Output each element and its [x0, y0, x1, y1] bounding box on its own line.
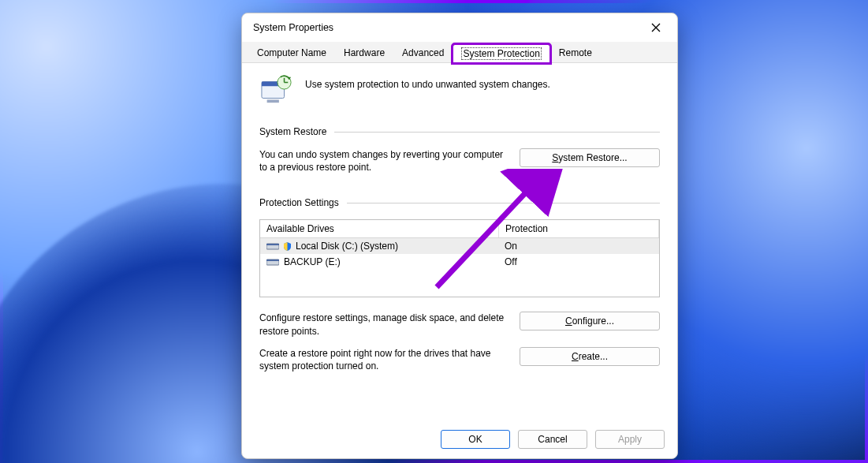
create-button[interactable]: Create... [520, 347, 660, 366]
configure-button[interactable]: Configure... [520, 312, 660, 330]
tab-content: Use system protection to undo unwanted s… [242, 63, 677, 428]
divider [334, 132, 660, 133]
drive-row[interactable]: BACKUP (E:)Off [260, 254, 659, 270]
tab-hardware[interactable]: Hardware [335, 43, 393, 62]
divider [347, 203, 660, 203]
system-protection-icon [259, 74, 294, 106]
apply-button[interactable]: Apply [595, 430, 665, 449]
tab-computer-name[interactable]: Computer Name [248, 43, 335, 62]
cancel-button[interactable]: Cancel [518, 430, 587, 449]
drive-protection: On [498, 238, 659, 254]
group-title-protection: Protection Settings [259, 197, 339, 208]
window-title: System Properties [253, 22, 333, 33]
tab-remote[interactable]: Remote [550, 43, 601, 62]
drive-icon [266, 258, 279, 266]
tab-advanced[interactable]: Advanced [393, 43, 453, 62]
close-button[interactable] [643, 17, 669, 38]
drive-protection: Off [498, 254, 659, 270]
titlebar: System Properties [242, 13, 677, 42]
restore-description: You can undo system changes by reverting… [259, 148, 505, 174]
system-properties-dialog: System Properties Computer Name Hardware… [241, 13, 678, 459]
svg-rect-5 [266, 244, 279, 245]
shield-icon [284, 242, 291, 251]
group-protection-settings: Protection Settings Available Drives Pro… [259, 197, 660, 372]
group-title-restore: System Restore [259, 126, 326, 137]
intro-text: Use system protection to undo unwanted s… [305, 74, 550, 90]
drive-table: Available Drives Protection Local Disk (… [259, 219, 660, 297]
drive-icon [266, 242, 279, 250]
configure-description: Configure restore settings, manage disk … [259, 312, 505, 337]
svg-rect-2 [267, 99, 279, 103]
create-description: Create a restore point right now for the… [259, 347, 505, 372]
tab-system-protection[interactable]: System Protection [453, 44, 549, 63]
drive-name: Local Disk (C:) (System) [296, 241, 398, 252]
col-header-drives: Available Drives [260, 220, 499, 237]
tab-strip: Computer Name Hardware Advanced System P… [242, 42, 677, 63]
system-restore-button[interactable]: System Restore... [520, 148, 660, 167]
ok-button[interactable]: OK [441, 430, 510, 449]
dialog-footer: OK Cancel Apply [441, 430, 665, 449]
group-system-restore: System Restore You can undo system chang… [259, 126, 660, 174]
svg-rect-7 [266, 260, 279, 261]
drive-name: BACKUP (E:) [284, 256, 341, 267]
col-header-protection: Protection [499, 220, 659, 237]
drive-table-header: Available Drives Protection [260, 220, 659, 238]
close-icon [651, 23, 661, 32]
drive-row[interactable]: Local Disk (C:) (System)On [260, 238, 659, 254]
